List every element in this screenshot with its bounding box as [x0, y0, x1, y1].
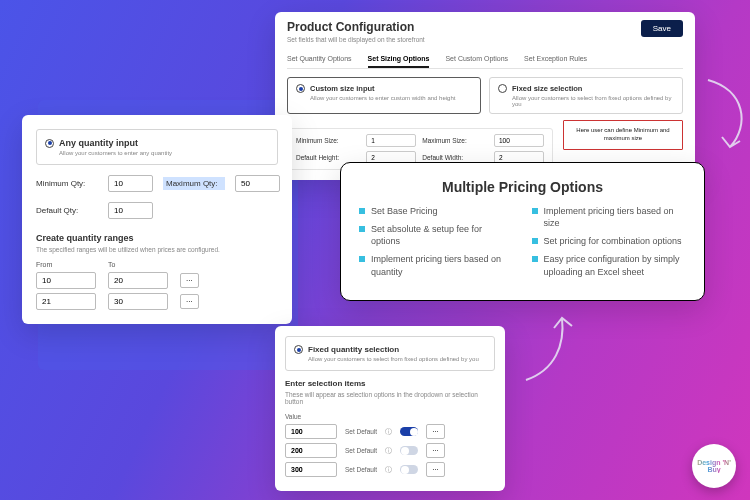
max-size-input[interactable] — [494, 134, 544, 147]
option-title: Fixed size selection — [512, 84, 582, 93]
arrow-icon — [520, 310, 580, 390]
bullet-icon — [359, 256, 365, 262]
set-default-label: Set Default — [345, 466, 377, 473]
selection-row: Set Default ⓘ ··· — [285, 424, 495, 439]
info-icon: ⓘ — [385, 465, 392, 475]
list-item: Set Base Pricing — [359, 205, 514, 217]
pricing-col-left: Set Base Pricing Set absolute & setup fe… — [359, 205, 514, 284]
bullet-icon — [532, 238, 538, 244]
info-icon: ⓘ — [385, 446, 392, 456]
bullet-icon — [532, 208, 538, 214]
option-title: Fixed quantity selection — [308, 345, 399, 354]
selection-heading: Enter selection items — [285, 379, 495, 388]
max-qty-input[interactable] — [235, 175, 280, 192]
option-desc: Allow your customers to enter custom wid… — [310, 95, 472, 101]
fixed-qty-panel: Fixed quantity selection Allow your cust… — [275, 326, 505, 491]
list-item: Implement pricing tiers based on size — [532, 205, 687, 229]
ranges-heading: Create quantity ranges — [36, 233, 278, 243]
option-fixed-size[interactable]: Fixed size selection Allow your customer… — [489, 77, 683, 114]
value-input[interactable] — [285, 443, 337, 458]
max-qty-label: Maximum Qty: — [163, 177, 225, 190]
radio-custom-size[interactable] — [296, 84, 305, 93]
row-menu-button[interactable]: ··· — [180, 294, 199, 309]
value-input[interactable] — [285, 462, 337, 477]
option-custom-size[interactable]: Custom size input Allow your customers t… — [287, 77, 481, 114]
page-subtitle: Set fields that will be displayed on the… — [287, 36, 425, 43]
row-menu-button[interactable]: ··· — [426, 462, 445, 477]
option-title: Custom size input — [310, 84, 375, 93]
range-from-input[interactable] — [36, 272, 96, 289]
range-from-input[interactable] — [36, 293, 96, 310]
def-height-label: Default Height: — [296, 154, 360, 161]
tab-exception[interactable]: Set Exception Rules — [524, 51, 587, 68]
config-tabs: Set Quantity Options Set Sizing Options … — [287, 51, 683, 69]
pricing-title: Multiple Pricing Options — [359, 179, 686, 195]
page-title: Product Configuration — [287, 20, 425, 34]
list-item: Set pricing for combination options — [532, 235, 687, 247]
value-header: Value — [285, 413, 495, 420]
option-desc: Allow your customers to select from fixe… — [308, 356, 486, 362]
arrow-icon — [700, 75, 750, 155]
range-row: ··· — [36, 272, 278, 289]
selection-row: Set Default ⓘ ··· — [285, 462, 495, 477]
def-width-label: Default Width: — [422, 154, 488, 161]
bullet-icon — [359, 226, 365, 232]
list-item: Set absolute & setup fee for options — [359, 223, 514, 247]
set-default-label: Set Default — [345, 447, 377, 454]
pricing-panel: Multiple Pricing Options Set Base Pricin… — [340, 162, 705, 301]
min-qty-input[interactable] — [108, 175, 153, 192]
selection-row: Set Default ⓘ ··· — [285, 443, 495, 458]
row-menu-button[interactable]: ··· — [426, 443, 445, 458]
option-desc: Allow your customers to select from fixe… — [512, 95, 674, 107]
range-row: ··· — [36, 293, 278, 310]
ranges-hint: The specified ranges will be utilized wh… — [36, 246, 278, 253]
range-to-input[interactable] — [108, 272, 168, 289]
default-toggle[interactable] — [400, 446, 418, 455]
selection-hint: These will appear as selection options i… — [285, 391, 495, 405]
pricing-col-right: Implement pricing tiers based on size Se… — [532, 205, 687, 284]
min-size-input[interactable] — [366, 134, 416, 147]
row-menu-button[interactable]: ··· — [426, 424, 445, 439]
radio-fixed-size[interactable] — [498, 84, 507, 93]
radio-fixed-qty[interactable] — [294, 345, 303, 354]
min-qty-label: Minimum Qty: — [36, 179, 98, 188]
list-item: Implement pricing tiers based on quantit… — [359, 253, 514, 277]
max-size-label: Maximum Size: — [422, 137, 488, 144]
default-toggle[interactable] — [400, 465, 418, 474]
radio-any-qty[interactable] — [45, 139, 54, 148]
brand-text: Design 'N' Buy — [692, 459, 736, 473]
row-menu-button[interactable]: ··· — [180, 273, 199, 288]
quantity-panel: Any quantity input Allow your customers … — [22, 115, 292, 324]
def-qty-label: Default Qty: — [36, 206, 98, 215]
tab-sizing[interactable]: Set Sizing Options — [368, 51, 430, 68]
range-to-input[interactable] — [108, 293, 168, 310]
value-input[interactable] — [285, 424, 337, 439]
set-default-label: Set Default — [345, 428, 377, 435]
option-desc: Allow your customers to enter any quanti… — [59, 150, 269, 156]
any-qty-option[interactable]: Any quantity input Allow your customers … — [36, 129, 278, 165]
from-header: From — [36, 261, 96, 268]
tab-quantity[interactable]: Set Quantity Options — [287, 51, 352, 68]
min-size-label: Minimum Size: — [296, 137, 360, 144]
default-toggle[interactable] — [400, 427, 418, 436]
list-item: Easy price configuration by simply uploa… — [532, 253, 687, 277]
fixed-qty-option[interactable]: Fixed quantity selection Allow your cust… — [285, 336, 495, 371]
bullet-icon — [532, 256, 538, 262]
bullet-icon — [359, 208, 365, 214]
brand-badge: Design 'N' Buy — [692, 444, 736, 488]
to-header: To — [108, 261, 168, 268]
tab-custom[interactable]: Set Custom Options — [445, 51, 508, 68]
size-callout: Here user can define Minimum and maximum… — [563, 120, 683, 150]
save-button[interactable]: Save — [641, 20, 683, 37]
def-qty-input[interactable] — [108, 202, 153, 219]
option-title: Any quantity input — [59, 138, 138, 148]
product-config-panel: Product Configuration Set fields that wi… — [275, 12, 695, 180]
info-icon: ⓘ — [385, 427, 392, 437]
